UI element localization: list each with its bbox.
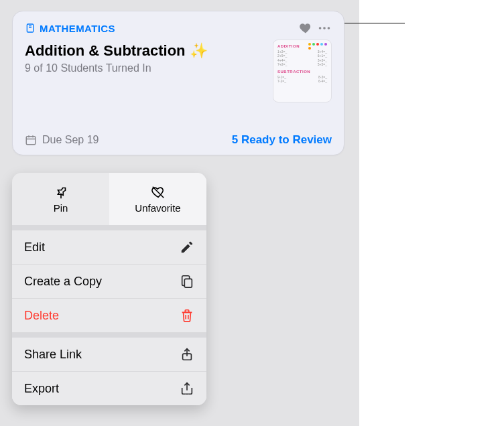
heart-icon	[299, 21, 312, 35]
pin-icon	[54, 185, 68, 200]
assignment-thumbnail[interactable]: ADDITION 1+2=_3+4=_ 2+5=_6+1=_ 4+4=_3+3=…	[273, 40, 332, 102]
thumbnail-heading-2: SUBTRACTION	[277, 70, 327, 75]
svg-point-5	[328, 27, 330, 29]
assignment-title: Addition & Subtraction ✨	[25, 42, 265, 60]
unfavorite-button[interactable]: Unfavorite	[109, 173, 206, 225]
ellipsis-icon	[317, 21, 332, 36]
svg-rect-6	[26, 137, 36, 145]
heart-slash-icon	[151, 185, 166, 200]
share-link-menu-item[interactable]: Share Link	[12, 338, 206, 371]
export-icon	[180, 381, 194, 396]
ready-to-review-link[interactable]: 5 Ready to Review	[232, 133, 332, 147]
create-copy-label: Create a Copy	[24, 275, 102, 289]
thumbnail-decoration	[308, 43, 328, 50]
context-menu: Pin Unfavorite Edit Create a Copy Dele	[12, 173, 206, 405]
calendar-icon	[25, 134, 37, 146]
pin-label: Pin	[54, 202, 68, 214]
pencil-icon	[180, 240, 194, 255]
share-icon	[180, 347, 194, 362]
svg-point-4	[323, 27, 326, 29]
delete-label: Delete	[24, 309, 59, 323]
export-label: Export	[24, 382, 59, 396]
svg-rect-12	[184, 279, 192, 287]
due-date: Due Sep 19	[25, 134, 99, 146]
svg-point-3	[319, 27, 322, 29]
create-copy-menu-item[interactable]: Create a Copy	[12, 264, 206, 298]
share-link-label: Share Link	[24, 348, 82, 362]
delete-menu-item[interactable]: Delete	[12, 298, 206, 332]
subject-label: MATHEMATICS	[40, 23, 115, 34]
more-button[interactable]	[317, 21, 332, 36]
pin-button[interactable]: Pin	[12, 173, 109, 225]
assignment-card[interactable]: MATHEMATICS Addition & Subtraction ✨ 9 o…	[12, 11, 344, 155]
trash-icon	[180, 308, 194, 323]
book-icon	[25, 23, 36, 33]
card-header: MATHEMATICS	[25, 21, 332, 36]
edit-label: Edit	[24, 240, 45, 255]
due-date-text: Due Sep 19	[42, 134, 99, 146]
unfavorite-label: Unfavorite	[135, 202, 180, 214]
copy-icon	[180, 274, 194, 289]
export-menu-item[interactable]: Export	[12, 371, 206, 405]
favorite-button[interactable]	[298, 21, 313, 36]
edit-menu-item[interactable]: Edit	[12, 230, 206, 264]
turned-in-status: 9 of 10 Students Turned In	[25, 62, 265, 74]
